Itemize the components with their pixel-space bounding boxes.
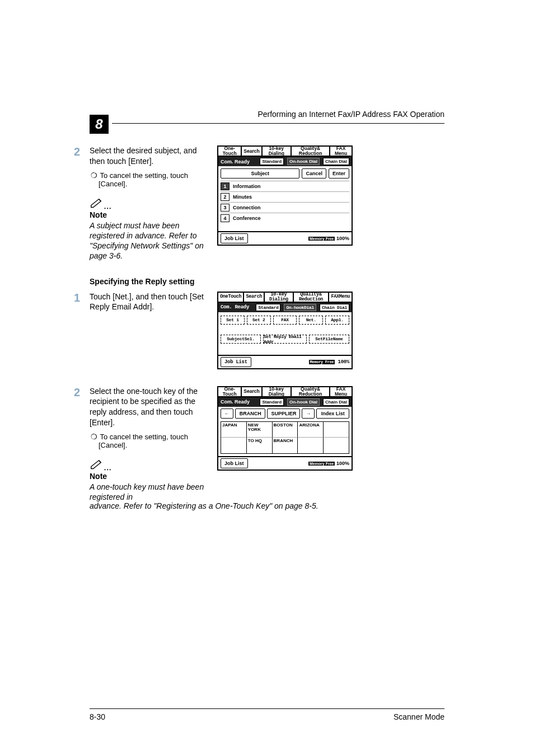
memory-label: Memory Free [308,462,335,466]
screen-net: OneTouch Search 10-key Dialing Quality& … [217,292,353,369]
chapter-badge: 8 [90,115,109,134]
subjectsel-button[interactable]: SubjectSel. [221,335,261,344]
step-number: 2 [74,145,80,158]
footer-mode: Scanner Mode [394,712,444,721]
tab-onetouch[interactable]: One-Touch [218,387,242,397]
tab-search[interactable]: Search [244,293,265,303]
onetouch-cell[interactable] [221,438,247,453]
onetouch-cell[interactable]: ARIZONA [298,422,324,438]
set2-button[interactable]: Set 2 [247,316,271,325]
svg-point-4 [107,469,108,470]
memory-label: Memory Free [309,360,335,364]
memory-pct: 100% [336,236,349,241]
screen-subject: One-Touch Search 10-key Dialing Quality&… [217,145,353,246]
page-title: Performing an Internet Fax/IP Address FA… [257,110,444,119]
item-label: Conference [233,215,261,221]
step2b: 2 Select the one-touch key of the recipi… [90,386,207,450]
head-rule [112,123,444,124]
enter-button[interactable]: Enter [329,168,349,179]
bullet-icon: ❍ [91,433,96,441]
tab-search[interactable]: Search [242,387,262,397]
onetouch-cell[interactable]: BOSTON [273,422,298,438]
step1-text: Touch [Net.], and then touch [Set Reply … [90,292,207,313]
item-label: Minutes [233,194,252,200]
item-label: Connection [233,205,261,210]
step-number: 1 [74,292,80,304]
svg-point-5 [110,469,111,470]
svg-point-2 [110,208,111,209]
onetouch-grid: JAPAN NEW YORK BOSTON ARIZONA TO HQ BRAN… [221,421,349,454]
subject-label: Subject [221,168,299,179]
nav-right-button[interactable]: → [302,408,315,419]
tab-10key[interactable]: 10-key Dialing [263,147,292,157]
step2-text: Select the desired subject, and then tou… [90,145,207,167]
step2-sub: ❍ To cancel the setting, touch [Cancel]. [99,171,207,188]
tab-search[interactable]: Search [242,147,262,157]
onetouch-cell[interactable]: TO HQ [247,438,273,453]
tab-faxmenu[interactable]: FAX Menu [330,147,352,157]
tab-10key[interactable]: 10-key Dialing [263,387,292,397]
branch-button[interactable]: BRANCH [235,408,265,419]
step2b-text: Select the one-touch key of the recipien… [90,386,207,429]
subject-item[interactable]: 4 Conference [221,213,349,223]
chain-dial-button[interactable]: Chain Dial [323,158,349,165]
onetouch-cell[interactable] [324,422,349,438]
svg-point-3 [104,469,105,470]
onhook-button[interactable]: On-hook Dial [287,158,320,165]
tab-faxmenu[interactable]: FAX Menu [330,387,352,397]
onetouch-cell[interactable] [324,438,349,453]
chain-dial-button[interactable]: Chain Dial [323,398,349,406]
svg-point-0 [104,208,105,209]
chain-dial-button[interactable]: Chain Dial [320,304,349,311]
setreply-button[interactable]: Set Reply Email Addr [263,335,307,344]
item-num: 2 [221,193,229,201]
step-number: 2 [74,386,80,399]
bullet-icon: ❍ [91,171,96,180]
onetouch-cell[interactable]: BRANCH [273,438,298,453]
supplier-button[interactable]: SUPPLIER [267,408,300,419]
nav-left-button[interactable]: ← [221,408,233,419]
step1: 1 Touch [Net.], and then touch [Set Repl… [90,292,207,313]
step2b-sub: ❍ To cancel the setting, touch [Cancel]. [99,433,207,449]
memory-pct: 100% [336,461,349,466]
subject-item[interactable]: 1 Information [221,181,349,191]
step2b-sub-text: To cancel the setting, touch [Cancel]. [99,433,188,449]
onetouch-cell[interactable] [298,438,324,453]
onetouch-cell[interactable]: NEW YORK [247,422,273,438]
page-number: 8-30 [90,712,105,721]
joblist-button[interactable]: Job List [221,357,251,367]
onetouch-cell[interactable]: JAPAN [221,422,247,438]
net-button[interactable]: Net. [299,316,323,325]
subject-item[interactable]: 2 Minutes [221,191,349,202]
onhook-button[interactable]: On-hook Dial [287,398,320,406]
joblist-button[interactable]: Job List [221,233,248,243]
setfilename-button[interactable]: SetFileName [309,335,349,344]
item-label: Information [233,184,261,189]
onhook-button[interactable]: On-hookDial [284,304,316,311]
appl-button[interactable]: Appl. [325,316,349,325]
memory-label: Memory Free [308,237,335,241]
step2-sub-text: To cancel the setting, touch [Cancel]. [99,171,188,188]
cancel-button[interactable]: Cancel [302,168,326,179]
note-body-bottom: advance. Refer to "Registering as a One-… [90,501,450,511]
svg-point-1 [107,208,108,209]
standard-button[interactable]: Standard [260,158,284,165]
tab-onetouch[interactable]: OneTouch [218,293,244,303]
tab-quality[interactable]: Quality& Reduction [292,387,330,397]
index-list-button[interactable]: Index List [316,408,349,419]
tab-faxmenu[interactable]: FAXMenu [329,293,352,303]
step2: 2 Select the desired subject, and then t… [90,145,207,188]
tab-quality[interactable]: Quality& Reduction [294,293,330,303]
subject-item[interactable]: 3 Connection [221,202,349,213]
joblist-button[interactable]: Job List [221,458,248,468]
standard-button[interactable]: Standard [260,398,284,406]
note-body-top: A one-touch key must have been registere… [90,482,207,502]
standard-button[interactable]: Standard [256,304,280,311]
tab-quality[interactable]: Quality& Reduction [292,147,330,157]
tab-onetouch[interactable]: One-Touch [218,147,242,157]
set1-button[interactable]: Set 1 [221,316,245,325]
tab-10key[interactable]: 10-key Dialing [265,293,293,303]
item-num: 4 [221,214,229,222]
status-label: Com. Ready [221,159,250,165]
fax-button[interactable]: FAX [273,316,297,325]
